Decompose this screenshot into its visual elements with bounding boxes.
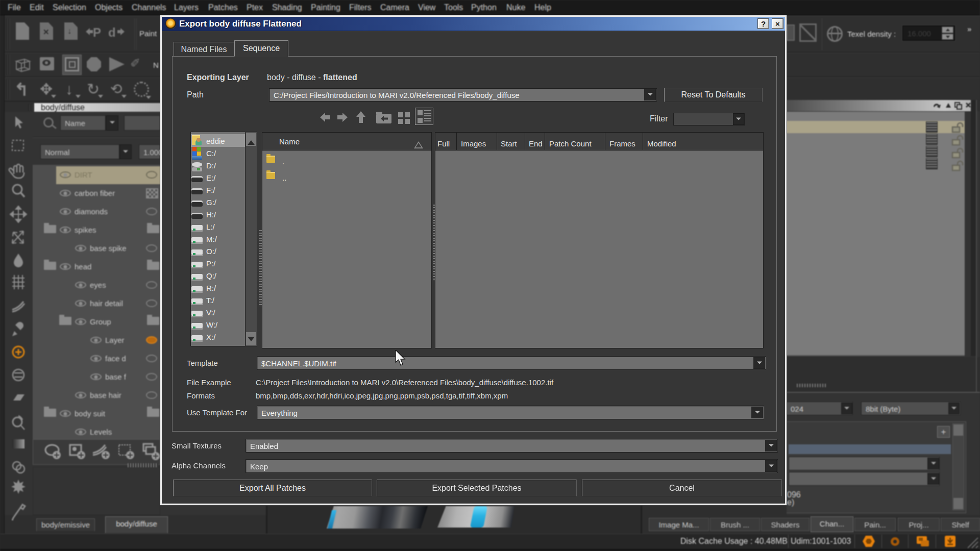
svg-text:P: P [93, 26, 101, 39]
svg-text:d: d [108, 26, 116, 39]
